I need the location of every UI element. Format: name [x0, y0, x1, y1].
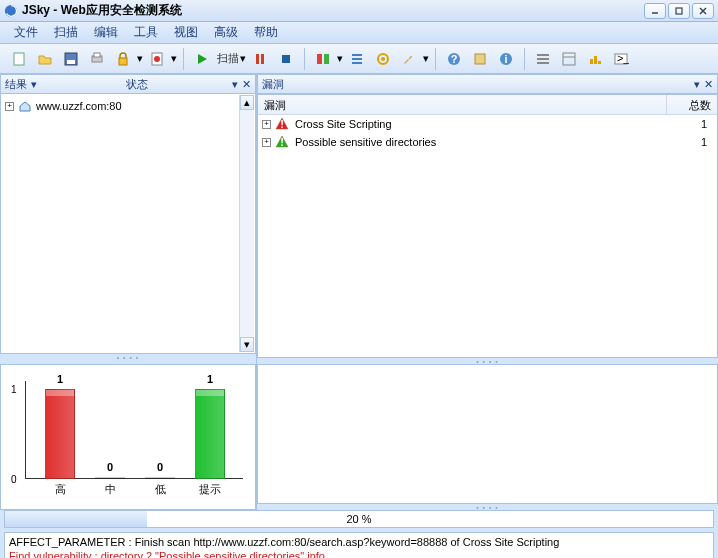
- host-icon: [18, 99, 32, 113]
- vuln-close-icon[interactable]: ✕: [704, 78, 713, 91]
- toolbar: ▾ ▾ 扫描 ▾ ▾ ▾ ? i >_: [0, 44, 718, 74]
- report-button[interactable]: [145, 47, 169, 71]
- progress-label: 20 %: [346, 513, 371, 525]
- right-column: 漏洞 ▾ ✕ 漏洞 总数 +!Cross Site Scripting1+!Po…: [257, 74, 718, 510]
- maximize-button[interactable]: [668, 3, 690, 19]
- expand-icon[interactable]: +: [5, 102, 14, 111]
- wrench-dropdown[interactable]: ▾: [422, 52, 430, 65]
- svg-rect-9: [94, 53, 100, 57]
- chart-category-label: 提示: [190, 482, 230, 497]
- view-list-button[interactable]: [531, 47, 555, 71]
- vuln-pin-icon[interactable]: ▾: [694, 78, 700, 91]
- y-tick-label: 1: [11, 384, 17, 395]
- app-icon: [4, 4, 18, 18]
- start-scan-button[interactable]: [190, 47, 214, 71]
- results-status-col: 状态: [126, 77, 148, 92]
- tool-targets-button[interactable]: [311, 47, 335, 71]
- scan-dropdown[interactable]: ▾: [239, 52, 247, 65]
- gear-button[interactable]: [371, 47, 395, 71]
- left-column: 结果 ▾ 状态 ▾ ✕ + www.uzzf.com:80 ▴ ▾ • • • …: [0, 74, 257, 510]
- svg-rect-15: [261, 54, 264, 64]
- svg-rect-10: [119, 58, 127, 65]
- svg-rect-16: [282, 55, 290, 63]
- save-button[interactable]: [59, 47, 83, 71]
- view-detail-button[interactable]: [557, 47, 581, 71]
- help-button[interactable]: ?: [442, 47, 466, 71]
- svg-rect-26: [475, 54, 485, 64]
- chart-bar: [195, 389, 225, 479]
- chart-category-label: 高: [40, 482, 80, 497]
- scan-label: 扫描: [217, 51, 239, 66]
- menu-view[interactable]: 视图: [166, 21, 206, 44]
- vuln-detail-pane: [257, 364, 718, 504]
- lock-button[interactable]: [111, 47, 135, 71]
- menu-scan[interactable]: 扫描: [46, 21, 86, 44]
- settings-sliders-button[interactable]: [345, 47, 369, 71]
- log-line: AFFECT_PARAMETER : Finish scan http://ww…: [9, 535, 709, 549]
- chart-bar: [45, 389, 75, 479]
- open-button[interactable]: [33, 47, 57, 71]
- col-vuln-name[interactable]: 漏洞: [258, 95, 667, 114]
- svg-text:?: ?: [451, 53, 458, 65]
- chart-bar: [95, 477, 125, 479]
- svg-rect-31: [537, 62, 549, 64]
- results-close-icon[interactable]: ✕: [242, 78, 251, 91]
- pause-button[interactable]: [248, 47, 272, 71]
- col-vuln-count[interactable]: 总数: [667, 95, 717, 114]
- expand-icon[interactable]: +: [262, 120, 271, 129]
- chart-bar-label: 1: [195, 373, 225, 385]
- svg-rect-32: [563, 53, 575, 65]
- tree-target-row[interactable]: + www.uzzf.com:80: [5, 98, 251, 114]
- expand-icon[interactable]: +: [262, 138, 271, 147]
- vuln-count: 1: [673, 136, 713, 148]
- svg-text:!: !: [280, 118, 284, 130]
- svg-rect-17: [317, 54, 322, 64]
- menu-advanced[interactable]: 高级: [206, 21, 246, 44]
- minimize-button[interactable]: [644, 3, 666, 19]
- lock-dropdown[interactable]: ▾: [136, 52, 144, 65]
- left-splitter[interactable]: • • • •: [0, 354, 256, 360]
- svg-rect-35: [594, 56, 597, 64]
- svg-text:>_: >_: [617, 52, 629, 64]
- report-dropdown[interactable]: ▾: [170, 52, 178, 65]
- vuln-row[interactable]: +!Cross Site Scripting1: [258, 115, 717, 133]
- chart-bar: [145, 477, 175, 479]
- svg-point-23: [381, 57, 385, 61]
- tool-targets-dropdown[interactable]: ▾: [336, 52, 344, 65]
- menu-file[interactable]: 文件: [6, 21, 46, 44]
- stop-button[interactable]: [274, 47, 298, 71]
- log-pane[interactable]: AFFECT_PARAMETER : Finish scan http://ww…: [4, 532, 714, 558]
- vuln-row[interactable]: +!Possible sensitive directories1: [258, 133, 717, 151]
- chart-category-label: 低: [140, 482, 180, 497]
- new-button[interactable]: [7, 47, 31, 71]
- severity-icon: !: [275, 117, 289, 131]
- print-button[interactable]: [85, 47, 109, 71]
- severity-chart: 011高0中0低1提示: [0, 364, 256, 510]
- view-chart-button[interactable]: [583, 47, 607, 71]
- vuln-name: Possible sensitive directories: [295, 136, 673, 148]
- scrollbar-vertical[interactable]: ▴ ▾: [239, 95, 254, 352]
- tree-target-label: www.uzzf.com:80: [36, 100, 122, 112]
- svg-rect-7: [67, 60, 75, 64]
- view-terminal-button[interactable]: >_: [609, 47, 633, 71]
- wrench-button[interactable]: [397, 47, 421, 71]
- menubar: 文件 扫描 编辑 工具 视图 高级 帮助: [0, 22, 718, 44]
- vuln-list-header: 漏洞 总数: [258, 95, 717, 115]
- titlebar: JSky - Web应用安全检测系统: [0, 0, 718, 22]
- window-title: JSky - Web应用安全检测系统: [22, 2, 644, 19]
- svg-rect-30: [537, 58, 549, 60]
- info-button[interactable]: i: [494, 47, 518, 71]
- svg-rect-5: [14, 53, 24, 65]
- menu-edit[interactable]: 编辑: [86, 21, 126, 44]
- results-pin-icon[interactable]: ▾: [232, 78, 238, 91]
- update-button[interactable]: [468, 47, 492, 71]
- chart-bar-label: 0: [145, 461, 175, 473]
- close-button[interactable]: [692, 3, 714, 19]
- svg-rect-2: [676, 8, 682, 14]
- results-tree[interactable]: + www.uzzf.com:80 ▴ ▾: [0, 94, 256, 354]
- menu-tools[interactable]: 工具: [126, 21, 166, 44]
- progress-bar: 20 %: [4, 510, 714, 528]
- results-chevron-icon[interactable]: ▾: [31, 78, 37, 91]
- chart-bar-label: 0: [95, 461, 125, 473]
- menu-help[interactable]: 帮助: [246, 21, 286, 44]
